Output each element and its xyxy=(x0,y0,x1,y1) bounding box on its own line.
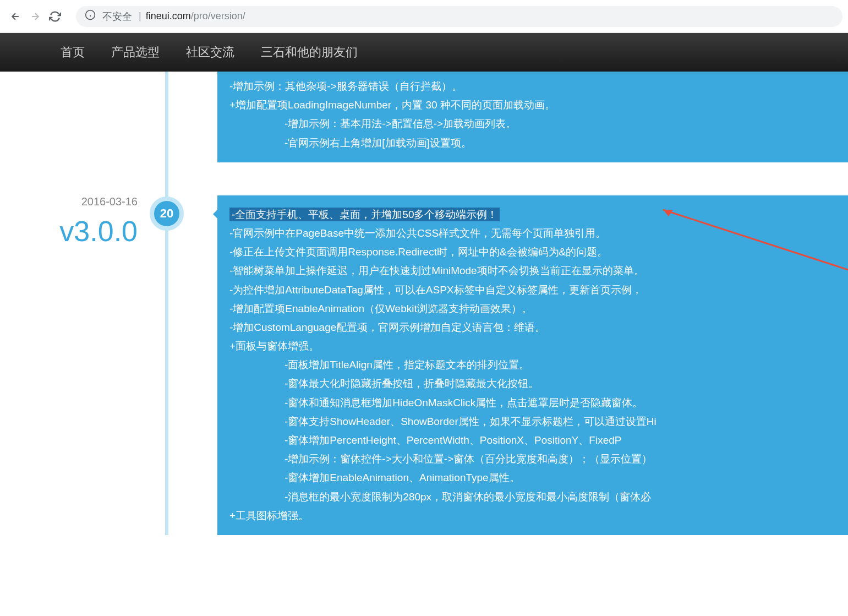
site-navigation: 首页 产品选型 社区交流 三石和他的朋友们 xyxy=(0,33,848,72)
security-status: 不安全 xyxy=(102,10,132,23)
address-bar[interactable]: 不安全 | fineui.com/pro/version/ xyxy=(76,6,842,27)
changelog-line: -增加配置项EnableAnimation（仅Webkit浏览器支持动画效果）。 xyxy=(229,299,836,318)
version-entry: 2016-03-16 v3.0.0 20 -全面支持手机、平板、桌面，并增加50… xyxy=(0,195,848,535)
changelog-line: -官网示例中在PageBase中统一添加公共CSS样式文件，无需每个页面单独引用… xyxy=(229,224,836,243)
changelog-block-v300: -全面支持手机、平板、桌面，并增加50多个移动端示例！ -官网示例中在PageB… xyxy=(217,195,848,535)
highlighted-text: -全面支持手机、平板、桌面，并增加50多个移动端示例！ xyxy=(229,208,500,221)
changelog-line: -为控件增加AttributeDataTag属性，可以在ASPX标签中自定义标签… xyxy=(229,281,836,299)
changelog-line: -窗体最大化时隐藏折叠按钮，折叠时隐藏最大化按钮。 xyxy=(285,374,836,393)
changelog-line: -增加示例：基本用法->配置信息->加载动画列表。 xyxy=(285,115,836,133)
changelog-line: -窗体增加EnableAnimation、AnimationType属性。 xyxy=(285,468,836,487)
version-date: 2016-03-16 xyxy=(0,195,138,208)
forward-button[interactable] xyxy=(25,7,45,26)
info-icon xyxy=(85,9,96,23)
content-area: -增加示例：其他杂项->服务器错误（自行拦截）。 +增加配置项LoadingIm… xyxy=(0,72,848,535)
changelog-line: +工具图标增强。 xyxy=(229,506,836,525)
reload-button[interactable] xyxy=(45,7,65,26)
changelog-line: -官网示例右上角增加[加载动画]设置项。 xyxy=(285,134,836,152)
changelog-block-prev: -增加示例：其他杂项->服务器错误（自行拦截）。 +增加配置项LoadingIm… xyxy=(217,72,848,162)
changelog-line: -增加示例：其他杂项->服务器错误（自行拦截）。 xyxy=(229,77,836,96)
timeline-dot: 20 xyxy=(150,197,184,231)
changelog-line: -修正在上传文件页面调用Response.Redirect时，网址中的&会被编码… xyxy=(229,243,836,261)
changelog-line: -窗体增加PercentHeight、PercentWidth、Position… xyxy=(285,431,836,450)
changelog-line: +面板与窗体增强。 xyxy=(229,337,836,356)
changelog-line: +增加配置项LoadingImageNumber，内置 30 种不同的页面加载动… xyxy=(229,96,836,115)
address-divider: | xyxy=(139,10,141,22)
nav-home[interactable]: 首页 xyxy=(61,44,85,61)
browser-toolbar: 不安全 | fineui.com/pro/version/ xyxy=(0,0,848,33)
back-button[interactable] xyxy=(6,7,25,26)
url-host: fineui.com xyxy=(146,10,191,22)
changelog-line: -智能树菜单加上操作延迟，用户在快速划过MiniMode项时不会切换当前正在显示… xyxy=(229,261,836,280)
version-label: v3.0.0 xyxy=(0,215,138,248)
changelog-line: -增加示例：窗体控件->大小和位置->窗体（百分比宽度和高度）；（显示位置） xyxy=(285,450,836,468)
nav-friends[interactable]: 三石和他的朋友们 xyxy=(261,44,358,61)
changelog-line: -增加CustomLanguage配置项，官网示例增加自定义语言包：维语。 xyxy=(229,318,836,337)
changelog-line: -窗体和通知消息框增加HideOnMaskClick属性，点击遮罩层时是否隐藏窗… xyxy=(285,394,836,412)
changelog-line: -面板增加TitleAlign属性，指定标题文本的排列位置。 xyxy=(285,356,836,374)
nav-products[interactable]: 产品选型 xyxy=(111,44,160,61)
timeline-day: 20 xyxy=(160,206,173,221)
nav-community[interactable]: 社区交流 xyxy=(186,44,234,61)
url-path: /pro/version/ xyxy=(191,10,245,22)
changelog-line: -消息框的最小宽度限制为280px，取消窗体的最小宽度和最小高度限制（窗体必 xyxy=(285,488,836,506)
changelog-line: -全面支持手机、平板、桌面，并增加50多个移动端示例！ xyxy=(229,205,836,224)
changelog-line: -窗体支持ShowHeader、ShowBorder属性，如果不显示标题栏，可以… xyxy=(285,412,836,431)
